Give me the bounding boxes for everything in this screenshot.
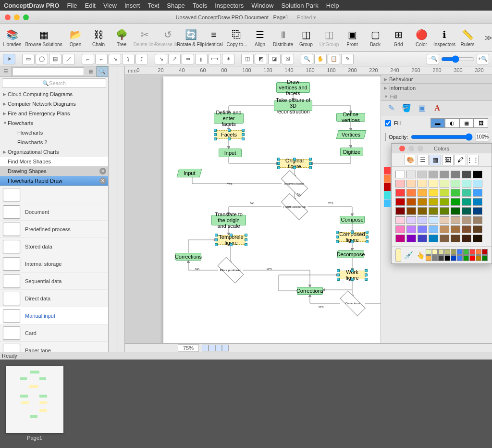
rotateflip-button[interactable]: 🔄Rotate & Flip	[181, 25, 201, 50]
selection-handle[interactable]	[277, 162, 280, 165]
color-swatch[interactable]	[451, 225, 460, 233]
shape-item[interactable]: Manual input	[0, 307, 108, 324]
color-swatch[interactable]	[440, 171, 449, 178]
pointer-tool[interactable]: ➤	[3, 54, 15, 64]
recent-color-swatch[interactable]	[463, 249, 469, 255]
color-swatch[interactable]	[406, 216, 416, 224]
opacity-value[interactable]: 100%	[476, 133, 489, 141]
opacity-slider[interactable]	[411, 133, 473, 141]
color-swatch[interactable]	[406, 198, 416, 206]
selection-handle[interactable]	[215, 238, 218, 241]
color-swatch[interactable]	[473, 207, 482, 215]
page[interactable]: Draw vertices and facetsTake picture of …	[163, 76, 399, 343]
group-button[interactable]: ◫Group	[296, 25, 316, 50]
inspectors-button[interactable]: ℹInspectors	[434, 25, 455, 50]
color-swatch[interactable]	[395, 225, 405, 233]
shape-item[interactable]: Card	[0, 324, 108, 342]
color-swatch[interactable]	[406, 171, 416, 178]
tree-item[interactable]: Find More Shapes	[0, 157, 108, 166]
selection-handle[interactable]	[337, 278, 340, 281]
color-swatch[interactable]	[429, 189, 438, 197]
recent-color-swatch[interactable]	[426, 255, 431, 261]
recent-color-swatch[interactable]	[444, 255, 450, 261]
selection-handle[interactable]	[245, 243, 247, 246]
arrow-tool-5[interactable]: ⟼	[209, 54, 221, 64]
menu-edit[interactable]: Edit	[85, 2, 96, 9]
selection-handle[interactable]	[214, 137, 217, 140]
color-swatch[interactable]	[451, 198, 460, 206]
color-swatch[interactable]	[384, 199, 391, 207]
connector-tool-2[interactable]: ⌐	[95, 54, 108, 64]
flowchart-node[interactable]: Translate to the origin and scale	[211, 215, 246, 225]
color-tab-image[interactable]: 🖼	[442, 155, 454, 165]
selection-handle[interactable]	[242, 137, 245, 140]
color-swatch[interactable]	[440, 225, 449, 233]
text-tool[interactable]: ▤	[49, 54, 62, 64]
page-thumbnail[interactable]: Page1	[6, 366, 63, 441]
selection-handle[interactable]	[336, 236, 339, 238]
browse-button[interactable]: ▦Browse Solutions	[25, 25, 62, 50]
selection-handle[interactable]	[242, 133, 245, 136]
menu-solutionpark[interactable]: Solution Park	[281, 2, 318, 9]
selected-color-swatch[interactable]	[395, 249, 401, 262]
color-min[interactable]	[408, 146, 414, 151]
menu-insert[interactable]: Insert	[124, 2, 140, 9]
flowchart-node[interactable]: Draw vertices and facets	[276, 82, 310, 93]
color-swatch[interactable]	[429, 235, 438, 242]
flowchart-node[interactable]: Input	[177, 169, 202, 177]
tree-item[interactable]: ▶Cloud Computing Diagrams	[0, 89, 108, 99]
color-swatch[interactable]	[395, 180, 405, 187]
color-swatch[interactable]	[462, 171, 471, 178]
selection-handle[interactable]	[365, 278, 368, 281]
flowchart-node[interactable]: Vertices	[336, 130, 367, 139]
zoom-tool[interactable]: 🔍	[301, 54, 313, 64]
library-mode-list[interactable]: ☰	[0, 66, 12, 77]
selection-handle[interactable]	[277, 158, 280, 161]
recent-color-swatch[interactable]	[426, 249, 431, 255]
flowchart-node[interactable]: Corrections	[340, 290, 366, 316]
color-swatch[interactable]	[440, 180, 449, 187]
color-swatch[interactable]	[440, 198, 449, 206]
color-swatch[interactable]	[395, 207, 405, 215]
color-swatch[interactable]	[462, 235, 471, 242]
menu-tools[interactable]: Tools	[193, 2, 207, 9]
selection-handle[interactable]	[293, 166, 296, 169]
color-close[interactable]	[399, 146, 405, 151]
flowchart-node[interactable]: Incorrect facets	[281, 170, 308, 198]
color-swatch[interactable]	[451, 180, 460, 187]
align-button[interactable]: ☰Align	[250, 25, 270, 50]
inspector-fill[interactable]: ▼Fill	[381, 92, 492, 101]
color-swatch[interactable]	[451, 189, 460, 197]
fill-tab-bucket[interactable]: 🪣	[400, 102, 413, 114]
distribute-button[interactable]: ⫴Distribute	[273, 25, 293, 50]
library-search-input[interactable]: 🔍 Search	[2, 78, 106, 88]
tree-item[interactable]: ▶Organizational Charts	[0, 147, 108, 157]
edit-node-1[interactable]: ◫	[241, 54, 254, 64]
selection-handle[interactable]	[336, 240, 339, 243]
color-swatch[interactable]	[462, 180, 471, 187]
rect-tool[interactable]: ▭	[22, 54, 35, 64]
copyto-button[interactable]: ⿻Copy to...	[227, 25, 247, 50]
color-swatch[interactable]	[418, 225, 427, 233]
ellipse-tool[interactable]: ◯	[36, 54, 48, 64]
page-nav-last[interactable]	[222, 345, 229, 351]
color-tab-crayons[interactable]: 🖍	[455, 155, 466, 165]
color-swatch[interactable]	[473, 189, 482, 197]
menu-inspectors[interactable]: Inspectors	[215, 2, 244, 9]
color-swatch[interactable]	[462, 198, 471, 206]
color-swatch[interactable]	[462, 189, 471, 197]
library-mode-grid[interactable]: ▦	[85, 66, 97, 77]
flowchart-node[interactable]: Define and enter facets	[214, 113, 244, 124]
arrow-tool-3[interactable]: ⇒	[182, 54, 194, 64]
rulers-button[interactable]: 📏Rulers	[457, 25, 478, 50]
selection-handle[interactable]	[245, 238, 247, 241]
color-swatch[interactable]	[473, 198, 482, 206]
selection-handle[interactable]	[309, 162, 312, 165]
selection-handle[interactable]	[215, 234, 218, 236]
color-swatch[interactable]	[462, 216, 471, 224]
eyedropper-tool[interactable]: ✎	[341, 54, 354, 64]
close-icon[interactable]: ✕	[99, 168, 106, 174]
tree-item[interactable]: ▶Fire and Emergency Plans	[0, 109, 108, 118]
connector-tool-1[interactable]: ⌐	[82, 54, 94, 64]
fill-tab-pen[interactable]: ✎	[385, 102, 397, 114]
